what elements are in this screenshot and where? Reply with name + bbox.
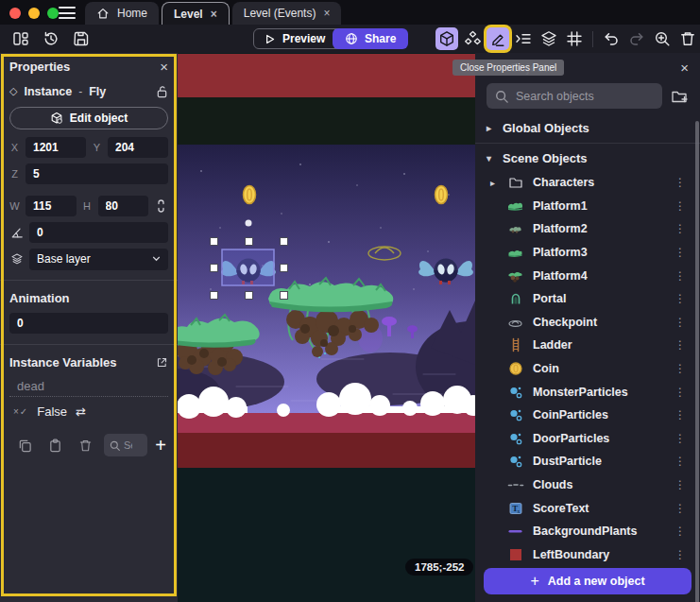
objects-search[interactable] (487, 83, 662, 109)
object-label: CoinParticles (533, 408, 608, 421)
object-row[interactable]: Ladder⋮ (475, 334, 700, 357)
selection-handle[interactable] (210, 264, 218, 272)
search-icon (110, 440, 120, 451)
tab-home[interactable]: Home (85, 2, 159, 25)
history-icon[interactable] (40, 27, 62, 50)
minimize-window-button[interactable] (28, 8, 40, 19)
share-button[interactable]: Share (333, 28, 408, 49)
angle-field[interactable] (29, 222, 168, 243)
app-window: Home Level × Level (Events) × (0, 0, 700, 602)
height-field[interactable] (98, 196, 149, 216)
caret-down-icon: ▾ (487, 153, 496, 163)
grid-icon[interactable] (563, 27, 586, 50)
object-row[interactable]: Portal⋮ (475, 287, 700, 311)
instance-type-label: Instance (24, 85, 72, 98)
link-dimensions-icon[interactable] (154, 199, 168, 213)
scrollbar[interactable] (695, 121, 699, 602)
edit-properties-icon[interactable] (487, 27, 509, 50)
redsq-icon (507, 546, 523, 562)
global-objects-header[interactable]: ▸ Global Objects (475, 115, 700, 141)
redo-icon[interactable] (625, 27, 648, 50)
object-label: Ladder (533, 338, 572, 352)
tab-level-events[interactable]: Level (Events) × (232, 2, 342, 25)
add-variable-icon[interactable]: + (155, 435, 168, 456)
object-row[interactable]: LeftBoundary⋮ (475, 543, 700, 564)
instances-list-icon[interactable] (512, 27, 535, 50)
window-controls (9, 8, 59, 19)
close-window-button[interactable] (9, 8, 21, 19)
tab-level[interactable]: Level × (162, 2, 230, 25)
width-field[interactable] (26, 196, 77, 216)
svg-text:x: x (517, 507, 520, 513)
objects-search-input[interactable] (516, 90, 654, 103)
undo-icon[interactable] (600, 27, 623, 50)
selection-handle[interactable] (280, 291, 288, 300)
caret-right-icon[interactable]: ▸ (490, 178, 495, 188)
edit-object-button[interactable]: Edit object (9, 107, 168, 129)
layer-select[interactable]: Base layer (29, 249, 168, 270)
object-row[interactable]: Platform1⋮ (475, 195, 700, 218)
object-row[interactable]: Platform2⋮ (475, 217, 700, 241)
object-row[interactable]: MonsterParticles⋮ (475, 380, 700, 404)
save-icon[interactable] (70, 27, 93, 50)
object-row[interactable]: Clouds⋮ (475, 473, 700, 497)
variable-name[interactable]: dead (9, 373, 168, 397)
add-folder-icon[interactable] (671, 88, 689, 104)
object-row[interactable]: Coin⋮ (475, 357, 700, 381)
object-label: Platform2 (533, 222, 588, 235)
instances-icon[interactable] (461, 27, 484, 50)
close-icon[interactable]: × (680, 60, 689, 76)
plat2-icon (507, 221, 523, 237)
3d-view-icon[interactable] (435, 27, 458, 50)
object-row[interactable]: DustParticle⋮ (475, 450, 700, 473)
maximize-window-button[interactable] (47, 8, 59, 19)
zoom-in-icon[interactable] (651, 27, 674, 50)
checkpoint-icon (507, 314, 523, 330)
selection-handle[interactable] (210, 291, 218, 300)
object-row[interactable]: BackgroundPlants⋮ (475, 520, 700, 543)
layers-icon[interactable] (538, 27, 560, 50)
scene-objects-header[interactable]: ▾ Scene Objects (475, 146, 700, 171)
object-row[interactable]: DoorParticles⋮ (475, 427, 700, 451)
x-label: X (9, 142, 20, 153)
object-label: Portal (533, 292, 566, 305)
z-field[interactable] (26, 163, 168, 184)
tab-label: Level (Events) (244, 7, 316, 20)
x-field[interactable] (26, 137, 86, 158)
open-variables-icon[interactable] (156, 356, 168, 369)
variable-value-row[interactable]: ×✓ False ⇄ (9, 397, 168, 419)
copy-icon[interactable] (9, 439, 40, 453)
add-new-object-button[interactable]: + Add a new object (484, 568, 691, 594)
object-row[interactable]: Checkpoint⋮ (475, 311, 700, 335)
selection-handle[interactable] (280, 237, 288, 246)
w-label: W (9, 200, 20, 212)
selection-handle[interactable] (210, 237, 218, 246)
variables-search-input[interactable]: Search (104, 434, 147, 456)
tooltip: Close Properties Panel (452, 60, 564, 76)
selection-handle[interactable] (245, 291, 253, 300)
object-row[interactable]: ▸Characters⋮ (475, 171, 700, 195)
selection-handle[interactable] (245, 237, 253, 246)
close-icon[interactable]: × (323, 8, 330, 19)
close-icon[interactable]: × (160, 60, 168, 74)
unlock-icon[interactable] (156, 85, 168, 98)
tab-bar: Home Level × Level (Events) × (0, 0, 700, 25)
paste-icon[interactable] (40, 439, 70, 453)
close-icon[interactable]: × (211, 9, 217, 20)
menu-icon[interactable] (59, 7, 76, 19)
trash-icon[interactable] (676, 27, 699, 50)
object-row[interactable]: TxScoreText⋮ (475, 496, 700, 520)
panels-icon[interactable] (9, 27, 32, 50)
object-row[interactable]: Platform4⋮ (475, 264, 700, 287)
toggle-value-icon[interactable]: ⇄ (76, 404, 86, 419)
delete-variable-icon[interactable] (70, 439, 100, 453)
particles-icon (507, 384, 523, 400)
y-field[interactable] (108, 137, 168, 158)
object-row[interactable]: Platform3⋮ (475, 241, 700, 265)
object-row[interactable]: CoinParticles⋮ (475, 404, 700, 427)
selection-handle[interactable] (280, 264, 288, 272)
scene-canvas[interactable]: 1785;-252 (178, 53, 475, 602)
cursor-coordinates: 1785;-252 (405, 559, 473, 576)
animation-field[interactable] (9, 313, 168, 334)
plat3-icon (507, 245, 523, 261)
